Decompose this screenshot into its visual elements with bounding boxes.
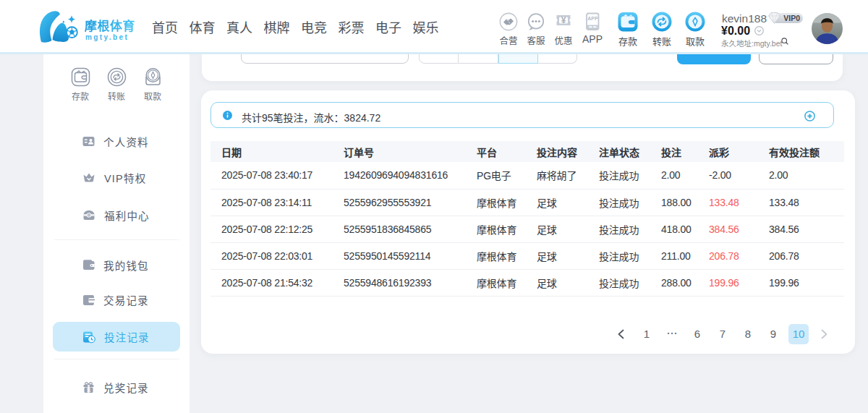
svg-text:¥: ¥ (561, 15, 566, 25)
svg-text:APP: APP (587, 16, 598, 21)
svg-text:兑: 兑 (87, 386, 91, 392)
